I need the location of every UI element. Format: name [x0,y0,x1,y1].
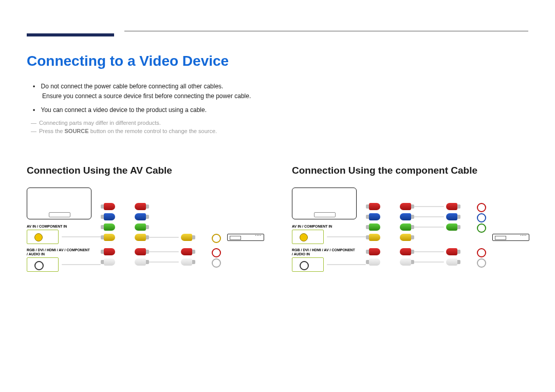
rca-plug-yellow-icon [104,234,115,241]
rca-plug-red-icon [135,203,146,210]
port-label-mid1: RGB / DVI / HDMI / AV / COMPONENT [27,248,90,252]
cable-line [149,237,179,238]
rca-plug-white-icon [400,258,411,266]
rca-plug-white-icon [135,258,146,266]
monitor-icon [292,188,357,219]
plug-row [446,223,457,231]
rca-plug-green-icon [400,223,411,231]
bullet-item: Do not connect the power cable before co… [33,82,528,101]
plug-row [446,203,457,210]
port-label-mid1: RGB / DVI / HDMI / AV / COMPONENT [292,248,355,252]
ring-blue-icon [477,213,486,222]
section-tab [27,33,114,36]
audio-jack-icon [34,261,44,270]
plug-row [181,248,192,255]
rca-plug-red-icon [181,248,192,255]
rca-plug-red-icon [446,248,457,255]
plug-row [135,203,146,210]
note-line: ―Press the SOURCE button on the remote c… [31,128,528,134]
cable-line [149,251,179,252]
rca-plug-blue-icon [135,213,146,220]
port-label-mid2: / AUDIO IN [292,252,310,256]
plug-row [369,234,380,241]
plug-row [446,258,457,266]
ring-green-icon [477,223,486,233]
plug-row [104,258,115,266]
rca-plug-red-icon [369,203,380,210]
cable-line [414,216,444,217]
player-device-icon [227,234,264,241]
cable-line [414,206,444,207]
rca-plug-red-icon [400,248,411,255]
page-title: Connecting to a Video Device [27,53,528,69]
plug-row [369,223,380,231]
note-text-post: button on the remote control to change t… [89,128,217,134]
port-label-top: AV IN / COMPONENT IN [27,225,67,228]
audio-jack-icon [300,261,309,270]
rca-plug-yellow-icon [400,234,411,241]
plug-row [446,213,457,220]
rca-plug-blue-icon [446,213,457,220]
plug-row [400,223,411,231]
plug-row [104,203,115,210]
ring-yellow-icon [212,234,221,243]
note-text-pre: Press the [39,128,65,134]
plug-row [135,258,146,266]
plug-row [369,258,380,266]
port-label-top: AV IN / COMPONENT IN [292,225,332,228]
bullet-text: You can connect a video device to the pr… [41,106,207,114]
plug-row [369,248,380,255]
rca-plug-white-icon [446,258,457,266]
cable-line [149,262,179,263]
rca-plug-yellow-icon [369,234,380,241]
plug-row [104,223,115,231]
plug-row [400,248,411,255]
rca-plug-red-icon [400,203,411,210]
ring-red-icon [477,203,486,212]
note-line: ―Connecting parts may differ in differen… [31,120,528,126]
rca-plug-blue-icon [369,213,380,220]
plug-row [104,248,115,255]
monitor-icon [27,188,91,219]
plug-row [104,234,115,241]
bullet-text: Do not connect the power cable before co… [41,83,224,90]
port-label-mid2: / AUDIO IN [27,252,45,256]
subheading-av: Connection Using the AV Cable [27,165,268,176]
plug-row [400,234,411,241]
subheading-component: Connection Using the component Cable [292,165,533,176]
rca-plug-white-icon [104,258,115,266]
rca-plug-green-icon [104,223,115,231]
rca-plug-red-icon [104,203,115,210]
ring-white-icon [212,258,221,268]
port-block-video [292,230,324,244]
component-diagram: AV IN / COMPONENT IN RGB / DVI / HDMI / … [292,188,533,290]
rca-plug-red-icon [104,248,115,255]
rca-plug-white-icon [181,258,192,266]
port-block-audio [27,257,59,272]
yellow-jack-icon [34,233,43,241]
rca-plug-red-icon [446,203,457,210]
plug-row [135,223,146,231]
port-block-audio [292,257,324,272]
plug-row [135,234,146,241]
plug-row [104,213,115,220]
cable-line [327,236,366,237]
cable-line [414,262,444,263]
cable-line [327,264,366,265]
plug-row [135,248,146,255]
yellow-jack-icon [300,233,308,241]
top-divider [124,31,528,31]
ring-red-icon [212,248,221,257]
plug-row [400,213,411,220]
rca-plug-white-icon [369,258,380,266]
cable-line [414,227,444,228]
cable-line [62,264,101,265]
bullet-subtext: Ensure you connect a source device first… [42,91,528,101]
rca-plug-green-icon [446,223,457,231]
plug-row [369,213,380,220]
rca-plug-yellow-icon [181,234,192,241]
port-block-video [27,230,59,244]
bullet-item: You can connect a video device to the pr… [33,105,528,115]
rca-plug-red-icon [135,248,146,255]
bullet-list: Do not connect the power cable before co… [33,82,528,116]
